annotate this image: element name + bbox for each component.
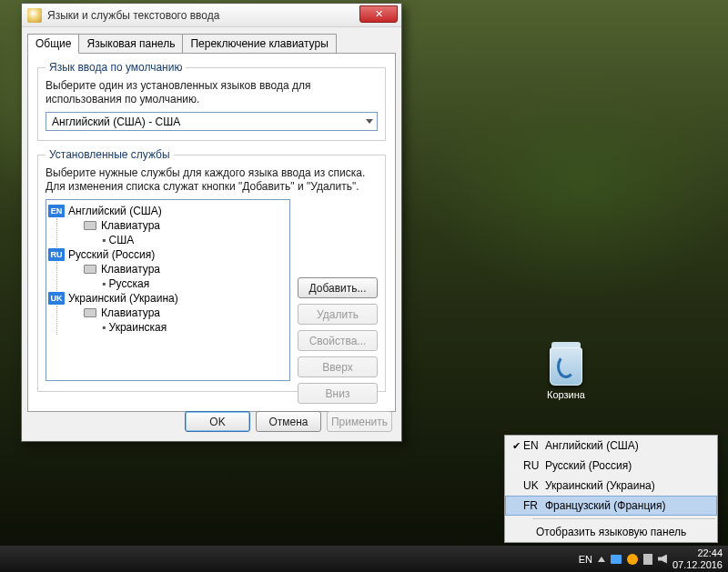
layout-item[interactable]: США (66, 233, 288, 247)
lang-badge-ru: RU (48, 248, 65, 261)
default-language-value: Английский (США) - США (52, 115, 180, 128)
tray-app-icon[interactable] (643, 554, 652, 565)
service-buttons: Добавить... Удалить Свойства... Вверх Вн… (298, 199, 378, 404)
check-icon: ✔ (509, 440, 523, 452)
tab-keyboard-switch[interactable]: Переключение клавиатуры (182, 34, 336, 54)
action-center-icon[interactable] (611, 555, 622, 564)
move-down-button[interactable]: Вниз (298, 383, 378, 404)
keyboard-icon (84, 265, 96, 274)
layout-item[interactable]: Русская (66, 276, 288, 291)
keyboard-label: Клавиатура (101, 306, 160, 319)
lang-name: Английский (США) (545, 439, 639, 452)
lang-name: Украинский (Украина) (68, 292, 178, 305)
keyboard-label: Клавиатура (101, 263, 160, 276)
installed-services-legend: Установленные службы (46, 148, 174, 161)
cancel-button[interactable]: Отмена (256, 411, 321, 432)
default-language-desc: Выберите один из установленных языков вв… (46, 79, 378, 106)
taskbar: EN 22:44 07.12.2016 (0, 546, 728, 572)
keyboard-icon (84, 221, 96, 230)
dialog-footer: OK Отмена Применить (185, 411, 392, 432)
lang-code: FR (523, 499, 545, 512)
system-tray (598, 554, 667, 565)
layout-item[interactable]: Украинская (66, 320, 288, 335)
titlebar[interactable]: Языки и службы текстового ввода ✕ (22, 4, 401, 27)
tab-language-bar[interactable]: Языковая панель (78, 34, 183, 54)
window-icon (27, 8, 42, 23)
default-language-group: Язык ввода по умолчанию Выберите один из… (37, 61, 386, 141)
apply-button[interactable]: Применить (327, 411, 392, 432)
desktop: Языки и службы текстового ввода ✕ Общие … (0, 0, 728, 572)
lang-name: Английский (США) (68, 205, 162, 217)
language-switcher-menu: ✔ EN Английский (США) RU Русский (Россия… (504, 435, 718, 543)
services-tree[interactable]: ENАнглийский (США) Клавиатура США RUРусс… (46, 199, 290, 381)
keyboard-label: Клавиатура (101, 219, 160, 232)
tab-page-general: Язык ввода по умолчанию Выберите один из… (27, 53, 396, 412)
recycle-bin-icon (550, 347, 582, 386)
default-language-combo[interactable]: Английский (США) - США (46, 112, 378, 131)
lang-menu-item[interactable]: UK Украинский (Украина) (505, 476, 717, 496)
lang-name: Русский (Россия) (545, 459, 632, 472)
properties-button[interactable]: Свойства... (298, 330, 378, 351)
volume-icon[interactable] (658, 555, 667, 564)
lang-menu-item[interactable]: RU Русский (Россия) (505, 456, 717, 476)
clock-time: 22:44 (672, 547, 723, 559)
show-hidden-icons[interactable] (598, 557, 605, 562)
chevron-down-icon (366, 119, 373, 124)
lang-name: Французский (Франция) (545, 499, 666, 512)
lang-name: Русский (Россия) (68, 248, 155, 261)
ok-button[interactable]: OK (185, 411, 250, 432)
lang-badge-en: EN (48, 205, 65, 217)
lang-menu-item[interactable]: FR Французский (Франция) (505, 496, 717, 516)
lang-badge-uk: UK (48, 292, 65, 305)
window-title: Языки и службы текстового ввода (47, 9, 219, 22)
keyboard-icon (84, 308, 96, 317)
installed-services-group: Установленные службы Выберите нужные слу… (37, 148, 386, 392)
tab-general[interactable]: Общие (27, 34, 79, 54)
lang-menu-item[interactable]: ✔ EN Английский (США) (505, 436, 717, 456)
installed-services-desc: Выберите нужные службы для каждого языка… (46, 166, 378, 194)
taskbar-clock[interactable]: 22:44 07.12.2016 (672, 547, 724, 571)
lang-name: Украинский (Украина) (545, 479, 655, 492)
add-button[interactable]: Добавить... (298, 277, 378, 298)
move-up-button[interactable]: Вверх (298, 356, 378, 377)
recycle-bin-label: Корзина (539, 389, 593, 400)
default-language-legend: Язык ввода по умолчанию (46, 61, 186, 74)
close-button[interactable]: ✕ (359, 5, 398, 23)
remove-button[interactable]: Удалить (298, 304, 378, 325)
taskbar-language-indicator[interactable]: EN (579, 554, 592, 565)
lang-code: UK (523, 479, 545, 492)
show-language-bar[interactable]: Отобразить языковую панель (505, 522, 717, 542)
text-services-dialog: Языки и службы текстового ввода ✕ Общие … (21, 3, 402, 442)
lang-code: EN (523, 439, 545, 452)
recycle-bin[interactable]: Корзина (539, 347, 593, 400)
clock-date: 07.12.2016 (672, 559, 723, 571)
tab-strip: Общие Языковая панель Переключение клави… (22, 27, 401, 53)
menu-separator (532, 518, 715, 519)
lang-code: RU (523, 459, 545, 472)
tray-app-icon[interactable] (627, 554, 638, 565)
